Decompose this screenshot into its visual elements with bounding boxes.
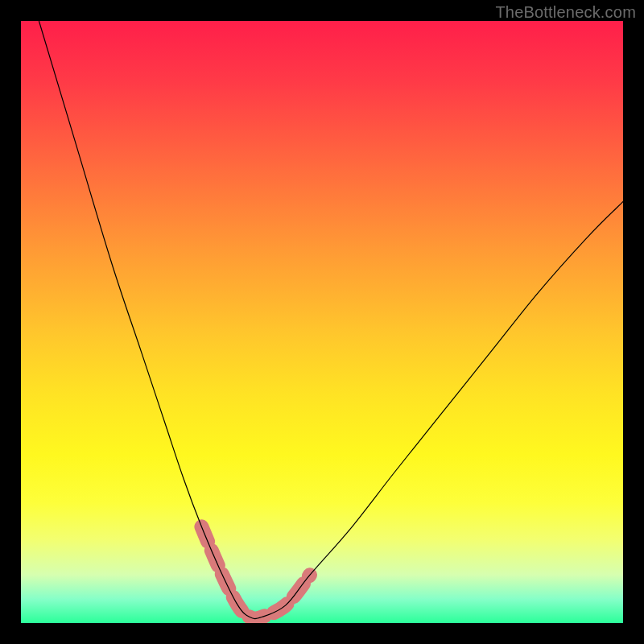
bottleneck-curve	[39, 21, 623, 619]
chart-frame: TheBottleneck.com	[0, 0, 644, 644]
curve-layer	[21, 21, 623, 623]
watermark-text: TheBottleneck.com	[495, 3, 636, 22]
valley-highlight	[201, 526, 310, 618]
plot-area	[21, 21, 623, 623]
